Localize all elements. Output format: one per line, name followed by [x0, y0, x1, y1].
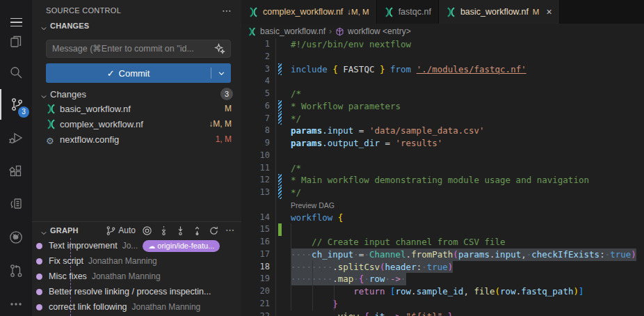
- commit-dot-icon: [36, 274, 42, 280]
- code-text: */: [291, 113, 301, 125]
- commit-dot-icon: [36, 289, 42, 295]
- run-debug-icon[interactable]: [0, 123, 32, 153]
- code-text: params.input = 'data/sample_data.csv': [291, 125, 484, 137]
- file-name: complex_workflow.nf: [60, 119, 143, 129]
- tab-title: basic_workflow.nf: [460, 7, 529, 17]
- changes-tree-label: Changes: [50, 89, 86, 100]
- code-line: 16 // Create input channel from CSV file: [241, 236, 644, 248]
- commit-message: Misc fixes: [49, 271, 87, 281]
- code-editor[interactable]: 1#!/usr/bin/env nextflow23include { FAST…: [241, 38, 644, 316]
- files-icon[interactable]: [0, 26, 32, 57]
- gutter: [270, 187, 291, 199]
- push-icon[interactable]: [192, 226, 202, 236]
- code-line: 12* Main workflow demonstrating module u…: [241, 174, 644, 187]
- gutter: [270, 38, 291, 51]
- commit-message: correct link following: [49, 302, 127, 312]
- code-line: 20 return [row.sample_id, file(row.fastq…: [241, 285, 644, 298]
- extensions-icon[interactable]: [0, 156, 32, 187]
- gutter: [270, 162, 291, 175]
- references-icon[interactable]: [0, 189, 32, 219]
- changed-file-row[interactable]: ⚙nextflow.config1, M: [32, 132, 241, 147]
- commit-message: Better resolve linking / process inspect…: [49, 287, 211, 297]
- nextflow-icon: [46, 119, 56, 129]
- commit-message-input[interactable]: [46, 40, 231, 58]
- changes-tree-item[interactable]: Changes 3: [40, 87, 233, 101]
- branch-icon: [106, 226, 116, 236]
- code-line: 17····ch_input·=·Channel.fromPath(params…: [241, 248, 644, 261]
- code-text: */: [291, 187, 301, 199]
- pull-icon[interactable]: [175, 226, 186, 236]
- commit-row[interactable]: Fix scriptJonathan Manning: [32, 253, 241, 269]
- source-control-badge: 3: [18, 106, 29, 118]
- tab-complex_workflow.nf[interactable]: complex_workflow.nf↓M, M: [241, 0, 377, 24]
- code-line: 6* Workflow parameters: [241, 100, 644, 113]
- search-icon[interactable]: [0, 57, 32, 88]
- line-number: 1: [241, 38, 270, 51]
- sidebar-more-actions-icon[interactable]: ⋯: [222, 5, 232, 16]
- cloud-icon: ☁: [148, 242, 155, 250]
- changes-count-badge: 3: [220, 88, 233, 100]
- indent-guide: [312, 260, 313, 310]
- chevron-down-icon: [40, 227, 47, 234]
- pull-request-icon[interactable]: [0, 255, 32, 286]
- commit-button-main[interactable]: ✓ Commit: [46, 63, 211, 83]
- sparkle-ai-icon[interactable]: [214, 43, 225, 54]
- changed-file-row[interactable]: complex_workflow.nf↓M, M: [32, 116, 241, 132]
- gutter: [270, 63, 291, 76]
- git-modified-gutter: [278, 113, 282, 125]
- commit-button[interactable]: ✓ Commit: [46, 63, 231, 83]
- code-line: 5/*: [241, 88, 644, 100]
- graph-section-label: GRAPH: [50, 226, 79, 235]
- line-number: 11: [241, 162, 270, 175]
- gutter: [270, 310, 291, 316]
- indent-guide: [291, 223, 291, 310]
- close-icon[interactable]: ×: [546, 6, 552, 17]
- tab-fastqc.nf[interactable]: fastqc.nf: [377, 0, 439, 24]
- line-number: 7: [241, 113, 270, 125]
- commit-row[interactable]: Text improvementJo...☁origin/ide-featu..…: [32, 238, 241, 253]
- code-line: 22 .view·{ it -> "${it}" }: [241, 310, 644, 316]
- github-icon[interactable]: [0, 222, 32, 253]
- commit-dot-icon: [36, 304, 42, 310]
- nextflow-file-icon: [248, 26, 257, 35]
- refresh-icon[interactable]: [209, 226, 219, 236]
- line-number: 16: [241, 236, 270, 248]
- line-number: 9: [241, 137, 270, 150]
- graph-section-header[interactable]: GRAPH Auto ⋯: [40, 224, 234, 237]
- code-line: 21 }: [241, 298, 644, 310]
- breadcrumb-file[interactable]: basic_workflow.nf: [260, 26, 325, 36]
- changed-file-row[interactable]: basic_workflow.nfM: [32, 101, 241, 116]
- tab-basic_workflow.nf[interactable]: basic_workflow.nfM×: [439, 0, 560, 24]
- code-line: 8params.input = 'data/sample_data.csv': [241, 125, 644, 137]
- gutter: [270, 174, 291, 187]
- line-number: 17: [241, 248, 270, 261]
- target-icon[interactable]: [142, 226, 152, 236]
- gutter: [270, 100, 291, 113]
- more-icon[interactable]: [0, 289, 32, 316]
- code-text: * Workflow parameters: [291, 100, 401, 113]
- check-icon: ✓: [107, 68, 115, 79]
- changes-section-header[interactable]: CHANGES: [40, 22, 89, 30]
- commit-row[interactable]: Better resolve linking / process inspect…: [32, 284, 241, 299]
- fetch-icon[interactable]: [159, 226, 169, 236]
- breadcrumb-symbol[interactable]: workflow <entry>: [348, 26, 411, 36]
- line-number: 15: [241, 223, 270, 236]
- graph-auto-toggle[interactable]: Auto: [106, 226, 136, 236]
- commit-row[interactable]: correct link followingJonathan Manning: [32, 299, 241, 315]
- line-number: 2: [241, 51, 270, 63]
- git-status-decoration: M: [533, 8, 540, 16]
- changes-section-label: CHANGES: [50, 22, 89, 30]
- git-added-gutter: [278, 223, 282, 236]
- more-icon[interactable]: ⋯: [225, 225, 234, 236]
- source-control-icon[interactable]: 3: [0, 89, 32, 120]
- code-line: 14workflow {: [241, 212, 644, 224]
- git-modified-gutter: [278, 100, 282, 113]
- nextflow-icon: [46, 104, 56, 114]
- codelens-preview-dag[interactable]: Preview DAG: [241, 199, 644, 212]
- commit-dropdown-button[interactable]: [211, 63, 231, 83]
- commit-row[interactable]: Misc fixesJonathan Manning: [32, 269, 241, 284]
- code-line: 11/*: [241, 162, 644, 175]
- code-text: /*: [291, 162, 301, 175]
- branch-ref-badge[interactable]: ☁origin/ide-featu...: [143, 240, 220, 252]
- line-number: 4: [241, 75, 270, 88]
